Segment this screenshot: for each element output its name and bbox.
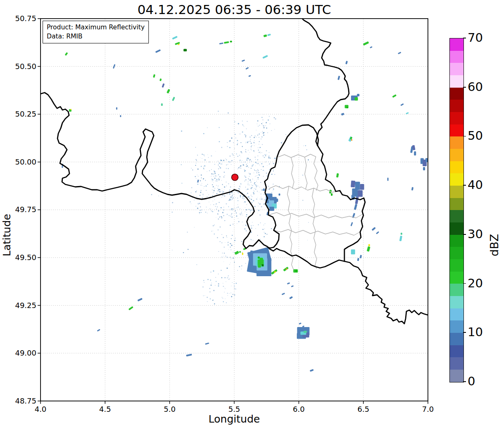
colorbar-tick-label: 0 bbox=[468, 375, 475, 387]
colorbar-segment bbox=[450, 186, 463, 198]
colorbar-tick bbox=[463, 283, 466, 284]
colorbar-tick-label: 30 bbox=[468, 228, 483, 240]
colorbar-tick-label: 10 bbox=[468, 326, 483, 338]
radar-reflectivity-figure: 04.12.2025 06:35 - 06:39 UTC Product: Ma… bbox=[0, 0, 504, 430]
gridlines bbox=[41, 19, 428, 401]
x-axis-label: Longitude bbox=[41, 413, 428, 425]
colorbar-segment bbox=[450, 38, 463, 51]
colorbar-segment bbox=[450, 345, 463, 358]
x-tick-label: 5.5 bbox=[228, 405, 240, 413]
product-annotation-box: Product: Maximum Reflectivity Data: RMIB bbox=[43, 21, 149, 43]
colorbar-segment bbox=[450, 63, 463, 75]
colorbar-segment bbox=[450, 136, 463, 149]
colorbar-segment bbox=[450, 370, 463, 382]
x-tick-label: 4.5 bbox=[99, 405, 111, 413]
colorbar-segment bbox=[450, 51, 463, 63]
x-tick-label: 4.0 bbox=[35, 405, 47, 413]
colorbar-tick bbox=[463, 185, 466, 186]
y-tick-label: 49.50 bbox=[0, 253, 36, 262]
colorbar-segment bbox=[450, 149, 463, 161]
colorbar-segment bbox=[450, 247, 463, 259]
colorbar-tick-label: 20 bbox=[468, 277, 483, 289]
colorbar-segment bbox=[450, 320, 463, 333]
colorbar-segment bbox=[450, 333, 463, 345]
ground-clutter bbox=[151, 111, 309, 304]
colorbar-segment bbox=[450, 112, 463, 124]
colorbar-segment bbox=[450, 75, 463, 88]
colorbar-segment bbox=[450, 222, 463, 235]
radar-site-marker bbox=[232, 174, 238, 181]
axis-ticks bbox=[38, 19, 428, 404]
data-source-line: Data: RMIB bbox=[47, 32, 145, 41]
colorbar-segment bbox=[450, 259, 463, 272]
colorbar-segment bbox=[450, 88, 463, 100]
y-tick-label: 48.75 bbox=[0, 397, 36, 405]
colorbar-tick-label: 60 bbox=[468, 81, 483, 93]
radar-echoes bbox=[62, 33, 428, 372]
map-plot bbox=[0, 0, 504, 430]
colorbar-segment bbox=[450, 198, 463, 210]
colorbar-tick-label: 70 bbox=[468, 32, 483, 44]
y-tick-label: 49.25 bbox=[0, 301, 36, 310]
colorbar-segment bbox=[450, 161, 463, 174]
product-line: Product: Maximum Reflectivity bbox=[47, 23, 145, 32]
y-tick-label: 49.75 bbox=[0, 205, 36, 214]
y-tick-label: 50.00 bbox=[0, 158, 36, 166]
colorbar-tick bbox=[463, 136, 466, 137]
colorbar-tick bbox=[463, 234, 466, 235]
x-tick-label: 7.0 bbox=[422, 405, 434, 413]
colorbar-label: dBZ bbox=[488, 165, 501, 256]
y-tick-label: 50.25 bbox=[0, 110, 36, 118]
x-tick-label: 5.0 bbox=[164, 405, 176, 413]
colorbar-segment bbox=[450, 100, 463, 112]
colorbar-segment bbox=[450, 284, 463, 296]
colorbar-segment bbox=[450, 308, 463, 321]
colorbar-tick bbox=[463, 381, 466, 382]
y-tick-label: 50.75 bbox=[0, 14, 36, 23]
colorbar-segment bbox=[450, 210, 463, 222]
colorbar-tick-label: 40 bbox=[468, 179, 483, 191]
colorbar-tick-label: 50 bbox=[468, 130, 483, 142]
colorbar-tick bbox=[463, 87, 466, 88]
colorbar-segment bbox=[450, 296, 463, 308]
colorbar-segment bbox=[450, 124, 463, 137]
colorbar bbox=[449, 38, 464, 382]
regional-borders bbox=[268, 154, 363, 270]
colorbar-segment bbox=[450, 272, 463, 284]
colorbar-tick bbox=[463, 332, 466, 333]
x-tick-label: 6.5 bbox=[358, 405, 370, 413]
colorbar-segment bbox=[450, 173, 463, 186]
x-tick-label: 6.0 bbox=[293, 405, 305, 413]
colorbar-tick bbox=[463, 38, 466, 38]
y-tick-label: 50.50 bbox=[0, 62, 36, 71]
y-tick-label: 49.00 bbox=[0, 349, 36, 357]
colorbar-segment bbox=[450, 235, 463, 247]
colorbar-segment bbox=[450, 357, 463, 370]
